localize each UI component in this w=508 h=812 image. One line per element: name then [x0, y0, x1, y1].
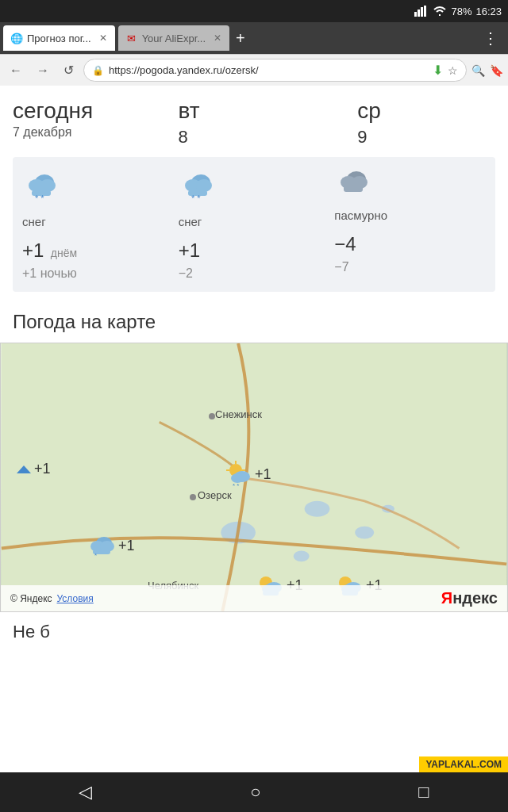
signal-icon — [414, 6, 429, 17]
copyright-text: © Яндекс — [10, 593, 52, 604]
wed-col: ср 9 — [357, 98, 495, 147]
lock-icon: 🔒 — [92, 65, 104, 76]
tue-weather-icon: * * — [179, 168, 217, 210]
tab-1-active[interactable]: 🌐 Прогноз пог... ✕ — [3, 25, 115, 51]
today-date: 7 декабря — [13, 125, 178, 140]
today-temp-night: +1 ночью — [22, 266, 77, 281]
search-icon[interactable]: 🔍 — [471, 64, 485, 77]
svg-point-11 — [196, 179, 212, 192]
wed-desc: пасмурно — [334, 209, 387, 222]
wed-weather-icon — [334, 168, 372, 204]
yandex-logo: Яндекс — [441, 589, 498, 607]
ozersk-label: Озерск — [198, 489, 232, 501]
download-icon[interactable]: ⬇ — [433, 63, 443, 78]
tue-col: вт 8 — [178, 98, 316, 147]
tue-desc: снег — [179, 215, 202, 228]
weather-header: сегодня 7 декабря вт 8 ср 9 — [13, 98, 495, 147]
status-bar: 78% 16:23 — [0, 0, 508, 22]
new-tab-button[interactable]: + — [229, 29, 252, 48]
svg-rect-3 — [424, 6, 426, 17]
url-bar: ← → ↺ 🔒 https://pogoda.yandex.ru/ozersk/… — [0, 54, 508, 86]
svg-marker-24 — [17, 465, 31, 473]
today-desc: снег — [22, 215, 46, 228]
tab2-close[interactable]: ✕ — [214, 33, 221, 44]
bookmark-icon[interactable]: 🔖 — [490, 64, 503, 77]
svg-point-23 — [294, 550, 310, 561]
svg-rect-0 — [414, 12, 417, 17]
tue-label: вт — [178, 98, 316, 124]
svg-point-6 — [40, 179, 56, 192]
svg-text:* *: * * — [191, 193, 201, 203]
today-label: сегодня — [13, 98, 178, 124]
watermark: YAPLAKAL.COM — [419, 756, 508, 772]
tue-day: 8 — [178, 127, 316, 147]
tab2-favicon: ✉ — [126, 33, 137, 44]
tue-temp-day: +1 — [179, 239, 200, 262]
svg-rect-17 — [344, 186, 363, 192]
nav-recents-button[interactable]: □ — [406, 776, 441, 809]
map-copyright-bar: © Яндекс Условия Яндекс — [1, 585, 507, 611]
forward-button[interactable]: → — [32, 60, 54, 81]
nav-back-button[interactable]: ◁ — [66, 776, 105, 809]
today-col: сегодня 7 декабря — [13, 98, 178, 140]
map-marker-1: +1 — [17, 461, 51, 477]
reload-button[interactable]: ↺ — [59, 59, 79, 81]
weather-table: * * снег +1 днём +1 ночью * * снег — [13, 157, 495, 292]
svg-text:* *: * * — [233, 482, 239, 488]
wed-temp-night: −7 — [334, 260, 348, 274]
map-section-title: Погода на карте — [13, 311, 495, 333]
star-icon[interactable]: ☆ — [448, 64, 458, 77]
tab1-favicon: 🌐 — [11, 33, 22, 44]
svg-text:*: * — [94, 552, 97, 557]
svg-rect-2 — [421, 7, 423, 17]
wed-temp-day: −4 — [334, 233, 356, 255]
url-input[interactable]: 🔒 https://pogoda.yandex.ru/ozersk/ ⬇ ☆ — [83, 59, 467, 82]
back-button[interactable]: ← — [5, 60, 27, 81]
svg-text:* *: * * — [35, 193, 44, 203]
status-icons: 78% 16:23 — [414, 6, 502, 17]
conditions-link[interactable]: Условия — [57, 593, 94, 604]
wifi-icon — [433, 6, 447, 17]
tue-temp-night: −2 — [179, 266, 193, 281]
time-text: 16:23 — [475, 6, 502, 17]
snezhinsk-dot — [209, 413, 215, 419]
svg-point-20 — [305, 501, 330, 517]
battery-text: 78% — [451, 6, 471, 17]
url-text: https://pogoda.yandex.ru/ozersk/ — [109, 64, 428, 76]
ozersk-dot — [190, 494, 196, 500]
weather-col-wed: пасмурно −4 −7 — [329, 168, 486, 281]
tab2-label: Your AliExpr... — [142, 33, 206, 44]
url-action-buttons: 🔍 🔖 — [471, 64, 503, 77]
snezhinsk-label: Снежинск — [215, 408, 262, 420]
nav-home-button[interactable]: ○ — [237, 776, 273, 809]
bottom-nav: ◁ ○ □ — [0, 772, 508, 812]
tab-2-inactive[interactable]: ✉ Your AliExpr... ✕ — [118, 25, 229, 51]
wed-label: ср — [357, 98, 495, 124]
partial-label: Не б — [13, 622, 50, 642]
main-content: сегодня 7 декабря вт 8 ср 9 * * — [0, 86, 508, 333]
partial-section: Не б — [0, 612, 508, 645]
tab1-close[interactable]: ✕ — [99, 33, 107, 44]
svg-rect-1 — [418, 10, 420, 17]
browser-menu-button[interactable]: ⋮ — [476, 29, 505, 48]
tab1-label: Прогноз пог... — [27, 33, 91, 44]
svg-point-21 — [355, 527, 374, 539]
today-temp-day: +1 днём — [22, 239, 77, 262]
weather-col-today: * * снег +1 днём +1 ночью — [22, 168, 174, 281]
map-marker-2: * * +1 — [223, 461, 271, 488]
wed-day: 9 — [357, 127, 495, 147]
map-marker-3: * +1 — [87, 534, 135, 557]
today-weather-icon: * * — [22, 168, 60, 210]
weather-map[interactable]: Снежинск Озерск Челябинск +1 * * +1 * — [0, 343, 508, 612]
tab-bar: 🌐 Прогноз пог... ✕ ✉ Your AliExpr... ✕ +… — [0, 22, 508, 54]
weather-col-tue: * * снег +1 −2 — [174, 168, 330, 281]
